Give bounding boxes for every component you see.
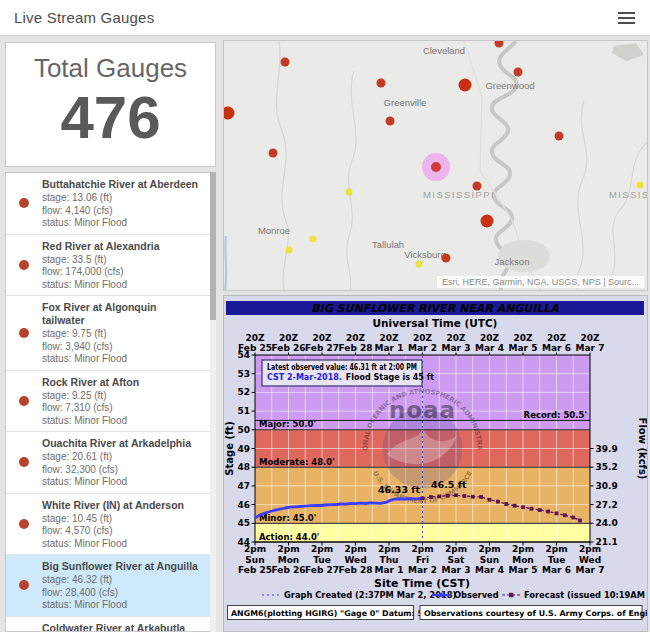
svg-text:Wed: Wed bbox=[579, 555, 601, 565]
svg-text:Mar 2: Mar 2 bbox=[408, 343, 437, 353]
svg-text:2pm: 2pm bbox=[244, 544, 266, 554]
map-state-label: MISSISSIPPI bbox=[609, 189, 648, 200]
total-gauges-label: Total Gauges bbox=[6, 53, 215, 84]
svg-text:Feb 26: Feb 26 bbox=[272, 565, 306, 575]
gauge-status-icon bbox=[19, 396, 29, 406]
gauge-marker[interactable] bbox=[473, 182, 482, 191]
gauge-marker[interactable] bbox=[637, 182, 644, 189]
list-item[interactable]: Fox River at Algonquin tailwaterstage: 9… bbox=[6, 296, 215, 371]
utc-axis-title: Universal Time (UTC) bbox=[373, 317, 498, 329]
gauge-marker[interactable] bbox=[514, 68, 523, 77]
svg-text:20Z: 20Z bbox=[245, 333, 265, 343]
svg-text:52: 52 bbox=[237, 387, 250, 397]
map-state-label: MISSISSIPPI bbox=[423, 189, 495, 200]
gauge-marker[interactable] bbox=[286, 247, 293, 254]
svg-text:Mar 5: Mar 5 bbox=[509, 343, 538, 353]
svg-text:Feb 25: Feb 25 bbox=[238, 565, 272, 575]
selected-gauge-marker[interactable] bbox=[422, 153, 450, 181]
gauge-detail-line: stage: 13.06 (ft) bbox=[42, 192, 199, 205]
svg-text:Mar 1: Mar 1 bbox=[375, 343, 404, 353]
svg-text:2pm: 2pm bbox=[344, 544, 366, 554]
list-scrollbar[interactable] bbox=[210, 172, 216, 632]
list-item[interactable]: Big Sunflower River at Anguillastage: 46… bbox=[6, 555, 215, 617]
svg-text:Record: 50.5': Record: 50.5' bbox=[524, 410, 587, 420]
gauge-detail-line: stage: 9.25 (ft) bbox=[42, 390, 199, 403]
gauge-marker[interactable] bbox=[377, 79, 386, 88]
river-path bbox=[576, 101, 587, 291]
svg-text:39.9: 39.9 bbox=[596, 444, 618, 454]
map-city-label: Monroe bbox=[258, 225, 290, 236]
list-item[interactable]: Coldwater River at Arkabutla Damstage: 2… bbox=[6, 617, 215, 632]
svg-text:Major: 50.0': Major: 50.0' bbox=[259, 419, 316, 429]
gauge-marker[interactable] bbox=[459, 79, 472, 92]
hydrograph-chart: BIG SUNFLOWER RIVER NEAR ANGUILLAUnivers… bbox=[224, 296, 647, 631]
svg-text:Feb 27: Feb 27 bbox=[305, 343, 339, 353]
svg-text:53: 53 bbox=[237, 369, 250, 379]
gauge-detail-line: flow: 4,570 (cfs) bbox=[42, 525, 199, 538]
gauge-marker[interactable] bbox=[224, 107, 235, 120]
svg-text:20Z: 20Z bbox=[446, 333, 466, 343]
svg-text:48: 48 bbox=[237, 462, 250, 472]
svg-text:49: 49 bbox=[237, 444, 250, 454]
svg-text:20Z: 20Z bbox=[513, 333, 533, 343]
gauge-marker[interactable] bbox=[481, 215, 494, 228]
list-item[interactable]: White River (IN) at Andersonstage: 10.45… bbox=[6, 494, 215, 556]
gage-datum-note: ANGM6(plotting HGIRG) "Gage 0" Datum: 51… bbox=[231, 609, 445, 618]
map-panel[interactable]: ClevelandGreenwoodGreenvilleMonroeTallul… bbox=[223, 40, 648, 291]
svg-text:50: 50 bbox=[237, 425, 250, 435]
list-item[interactable]: Rock River at Aftonstage: 9.25 (ft)flow:… bbox=[6, 371, 215, 433]
gauge-detail-line: stage: 46.32 (ft) bbox=[42, 574, 199, 587]
app-header: Live Stream Gauges bbox=[0, 0, 650, 36]
svg-text:47: 47 bbox=[237, 481, 250, 491]
svg-text:20Z: 20Z bbox=[312, 333, 332, 343]
gauge-detail-line: stage: 9.75 (ft) bbox=[42, 328, 199, 341]
river-path bbox=[609, 141, 648, 281]
svg-text:Mon: Mon bbox=[512, 555, 534, 565]
gauge-marker[interactable] bbox=[310, 236, 317, 243]
gauge-marker[interactable] bbox=[281, 58, 290, 67]
list-item[interactable]: Buttahatchie River at Aberdeenstage: 13.… bbox=[6, 173, 215, 235]
svg-text:27.2: 27.2 bbox=[596, 500, 618, 510]
svg-text:54: 54 bbox=[237, 350, 250, 360]
gauge-detail-line: status: Minor Flood bbox=[42, 279, 199, 292]
gauge-detail-line: flow: 28,400 (cfs) bbox=[42, 587, 199, 600]
svg-text:20Z: 20Z bbox=[547, 333, 567, 343]
gauge-marker[interactable] bbox=[442, 254, 451, 263]
gauge-marker[interactable] bbox=[386, 117, 395, 126]
gauge-detail-line: status: Minor Flood bbox=[42, 599, 199, 612]
svg-text:30.9: 30.9 bbox=[596, 481, 618, 491]
stage-axis-title: Stage (ft) bbox=[224, 421, 235, 475]
menu-icon[interactable] bbox=[618, 12, 635, 25]
scrollbar-thumb[interactable] bbox=[210, 172, 216, 320]
lake-shape bbox=[612, 43, 644, 61]
gauge-status-icon bbox=[19, 519, 29, 529]
river-path bbox=[277, 41, 289, 291]
svg-text:Mar 4: Mar 4 bbox=[475, 343, 504, 353]
total-gauges-card: Total Gauges 476 bbox=[5, 42, 216, 167]
svg-text:Mar 2: Mar 2 bbox=[408, 565, 437, 575]
list-item[interactable]: Red River at Alexandriastage: 33.5 (ft)f… bbox=[6, 235, 215, 297]
gauge-detail-line: status: Minor Flood bbox=[42, 476, 199, 489]
svg-text:Wed: Wed bbox=[344, 555, 366, 565]
gauge-marker[interactable] bbox=[416, 261, 423, 268]
gauge-detail-line: flow: 7,310 (cfs) bbox=[42, 402, 199, 415]
observed-value-label: 46.33 ft bbox=[378, 484, 420, 495]
gauge-marker[interactable] bbox=[495, 41, 504, 48]
svg-text:45: 45 bbox=[237, 518, 250, 528]
gauge-marker[interactable] bbox=[555, 132, 564, 141]
gauge-detail-line: status: Minor Flood bbox=[42, 538, 199, 551]
svg-text:35.2: 35.2 bbox=[596, 462, 618, 472]
svg-text:46: 46 bbox=[237, 500, 250, 510]
gauge-detail-line: flow: 3,940 (cfs) bbox=[42, 341, 199, 354]
map-city-label: Vicksburg bbox=[404, 249, 446, 260]
svg-text:2pm: 2pm bbox=[545, 544, 567, 554]
map-city-label: Cleveland bbox=[423, 45, 465, 56]
gauge-marker[interactable] bbox=[346, 189, 353, 196]
gauge-detail-line: flow: 32,300 (cfs) bbox=[42, 464, 199, 477]
gauge-marker[interactable] bbox=[269, 149, 278, 158]
gauge-detail-line: stage: 10.45 (ft) bbox=[42, 513, 199, 526]
cst-axis: 2pmSunFeb 252pmMonFeb 262pmTueFeb 272pmW… bbox=[238, 542, 604, 575]
svg-text:Mar 6: Mar 6 bbox=[542, 343, 571, 353]
hydrograph-panel: BIG SUNFLOWER RIVER NEAR ANGUILLAUnivers… bbox=[223, 295, 648, 632]
list-item[interactable]: Ouachita River at Arkadelphiastage: 20.6… bbox=[6, 432, 215, 494]
